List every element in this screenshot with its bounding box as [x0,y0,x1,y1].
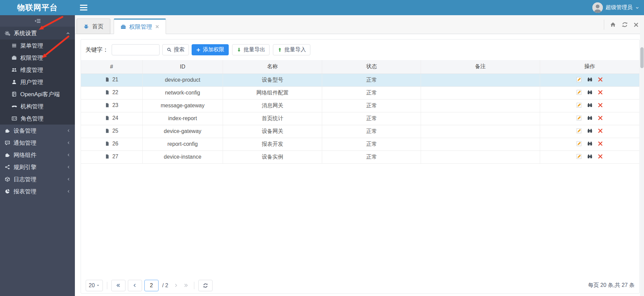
edit-icon[interactable] [576,77,582,82]
delete-icon[interactable] [598,115,603,120]
chevron-left-icon [66,165,71,169]
sidebar-group-log[interactable]: 日志管理 [0,173,75,185]
arrow-up-icon [277,47,282,52]
briefcase-icon [120,24,126,30]
binoculars-icon[interactable] [587,128,593,133]
add-permission-button[interactable]: 添加权限 [192,44,229,55]
sidebar-group-system-settings[interactable]: 系统设置 [0,27,75,39]
divider [194,282,194,289]
last-page-button[interactable] [182,283,190,288]
table-row[interactable]: 24index-report首页统计正常 [81,112,639,125]
cell-id: network-config [142,86,223,99]
scrollbar-thumb[interactable] [640,47,644,68]
next-page-button[interactable] [172,283,180,288]
add-permission-label: 添加权限 [203,46,224,53]
sidebar-group-device[interactable]: 设备管理 [0,125,75,137]
permissions-table: # ID 名称 状态 备注 操作 21device-product设备型号正常2… [81,60,639,164]
sidebar-group-label: 报表管理 [13,188,36,195]
binoculars-icon[interactable] [587,154,593,159]
col-header-id: ID [142,60,223,74]
cell-id: report-config [142,138,223,151]
cell-name: 设备网关 [223,125,322,138]
sidebar-outdent-toggle[interactable] [0,15,75,27]
sidebar: 系统设置 菜单管理 权限管理 维度管理 [0,15,75,296]
cell-index: 25 [81,125,142,138]
sidebar-item-role[interactable]: 角色管理 [0,112,75,125]
table-row[interactable]: 22network-config网络组件配置正常 [81,86,639,99]
comment-icon [5,140,10,145]
refresh-icon[interactable] [622,22,628,28]
table-row[interactable]: 25device-gateway设备网关正常 [81,125,639,138]
tab-permission[interactable]: 权限管理 [114,19,166,34]
col-header-remark: 备注 [421,60,540,74]
tab-label: 首页 [92,23,104,30]
sidebar-group-rule-engine[interactable]: 规则引擎 [0,161,75,173]
user-menu[interactable]: 超级管理员 [592,0,639,15]
sidebar-item-permission[interactable]: 权限管理 [0,52,75,64]
file-icon [105,103,110,108]
sidebar-item-organization[interactable]: 机构管理 [0,100,75,112]
current-page-input[interactable] [144,280,159,291]
pie-chart-icon [5,189,10,194]
sidebar-item-user[interactable]: 用户管理 [0,76,75,88]
table-row[interactable]: 26report-config报表开发正常 [81,138,639,151]
arrow-down-icon [236,47,242,52]
table-row[interactable]: 21device-product设备型号正常 [81,74,639,86]
close-icon[interactable] [634,22,639,27]
first-page-button[interactable] [111,280,125,291]
sidebar-item-dimension[interactable]: 维度管理 [0,64,75,76]
list-icon [11,43,17,48]
table-row[interactable]: 27device-instance设备实例正常 [81,151,639,163]
double-chevron-left-icon [116,283,121,288]
col-header-status: 状态 [322,60,421,74]
permissions-panel: 关键字： 搜索 添加权限 批量导出 [81,39,640,294]
delete-icon[interactable] [598,154,603,159]
edit-icon[interactable] [576,154,582,159]
tab-home[interactable]: 首页 [77,19,110,34]
edit-icon[interactable] [576,102,582,108]
sidebar-item-menu[interactable]: 菜单管理 [0,39,75,52]
sidebar-group-notification[interactable]: 通知管理 [0,137,75,149]
cell-index: 27 [81,151,142,163]
delete-icon[interactable] [598,90,603,95]
batch-import-button[interactable]: 批量导入 [273,44,310,55]
search-button[interactable]: 搜索 [162,44,189,55]
sidebar-group-report[interactable]: 报表管理 [0,185,75,197]
delete-icon[interactable] [598,141,603,146]
edit-icon[interactable] [576,89,582,95]
edit-icon[interactable] [576,115,582,121]
binoculars-icon[interactable] [587,115,593,120]
file-icon [105,115,110,120]
delete-icon[interactable] [598,128,603,133]
prev-page-button[interactable] [128,280,142,291]
keyword-input[interactable] [112,44,160,55]
table-row[interactable]: 23message-gateway消息网关正常 [81,99,639,112]
binoculars-icon[interactable] [587,141,593,146]
binoculars-icon[interactable] [587,89,593,95]
edit-icon[interactable] [576,128,582,134]
chevron-down-icon [635,6,639,10]
delete-icon[interactable] [598,77,603,82]
chevron-left-icon [66,189,71,193]
home-icon[interactable] [610,22,616,28]
edit-icon[interactable] [576,141,582,146]
sidebar-group-network[interactable]: 网络组件 [0,149,75,161]
tab-close-icon[interactable] [155,25,159,29]
batch-export-button[interactable]: 批量导出 [232,44,270,55]
plus-icon [196,48,201,52]
delete-icon[interactable] [598,103,603,108]
binoculars-icon[interactable] [587,77,593,82]
cell-id: index-report [142,112,223,125]
puzzle-icon [5,152,10,158]
briefcase-icon [11,55,17,60]
binoculars-icon[interactable] [587,102,593,108]
vertical-scrollbar[interactable] [640,15,644,296]
refresh-table-button[interactable] [198,280,213,291]
page-size-select[interactable]: 20 [86,280,103,291]
chevron-left-icon [66,153,71,157]
puzzle-icon [5,128,10,133]
divider [107,282,107,289]
divider [604,20,604,30]
sidebar-item-openapi-client[interactable]: OpenApi客户端 [0,88,75,100]
sidebar-collapse-button[interactable] [80,4,87,11]
